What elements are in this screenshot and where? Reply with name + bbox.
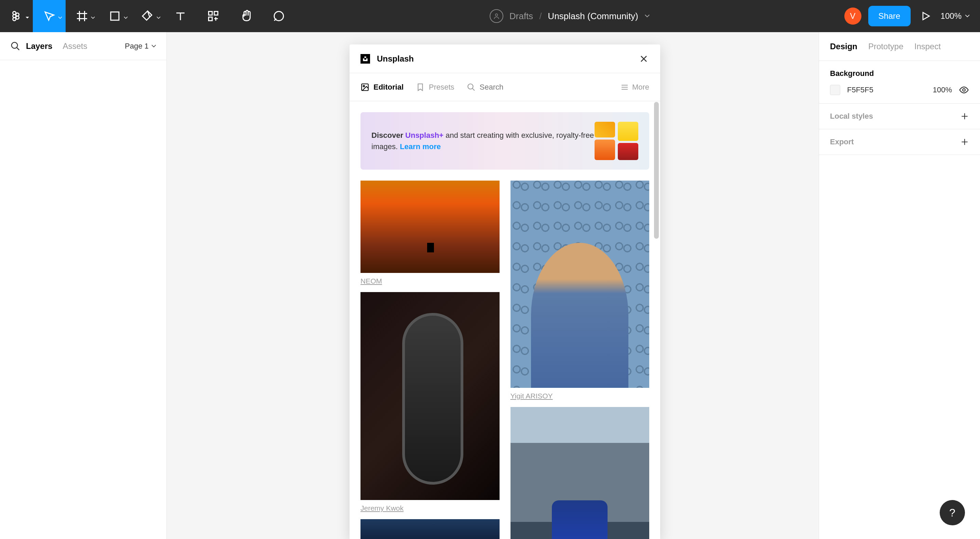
figma-menu-button[interactable] — [0, 0, 33, 32]
user-avatar[interactable]: V — [844, 8, 861, 25]
color-opacity-value[interactable]: 100% — [933, 86, 952, 94]
promo-learn-more-link[interactable]: Learn more — [400, 142, 441, 151]
plugin-content: Discover Unsplash+ and start creating wi… — [350, 101, 660, 539]
svg-point-4 — [16, 16, 19, 19]
tab-editorial-label: Editorial — [374, 83, 404, 92]
svg-point-10 — [12, 42, 18, 48]
search-icon[interactable] — [10, 41, 21, 51]
chevron-down-icon — [151, 45, 156, 48]
tab-prototype[interactable]: Prototype — [868, 42, 904, 51]
gallery-item[interactable] — [361, 519, 500, 539]
gallery-image[interactable] — [361, 519, 500, 539]
promo-thumbnail — [595, 122, 615, 137]
right-panel: Design Prototype Inspect Background F5F5… — [819, 32, 980, 539]
more-label: More — [632, 83, 649, 92]
text-tool-button[interactable] — [164, 0, 197, 32]
tab-inspect[interactable]: Inspect — [915, 42, 941, 51]
color-swatch[interactable] — [830, 85, 840, 95]
image-icon — [361, 83, 369, 92]
plugin-header: Unsplash — [350, 45, 660, 73]
promo-discover: Discover — [371, 131, 405, 140]
page-selector[interactable]: Page 1 — [125, 42, 156, 51]
chevron-down-icon — [124, 14, 128, 17]
promo-banner[interactable]: Discover Unsplash+ and start creating wi… — [361, 112, 649, 170]
chevron-down-icon — [156, 14, 161, 17]
local-styles-label: Local styles — [830, 112, 873, 121]
file-owner-avatar[interactable] — [490, 9, 503, 23]
pen-tool-button[interactable] — [131, 0, 164, 32]
promo-images — [595, 122, 638, 160]
background-section: Background F5F5F5 100% — [819, 61, 980, 104]
gallery-item[interactable] — [511, 407, 649, 539]
share-button[interactable]: Share — [868, 6, 911, 26]
promo-thumbnail — [595, 140, 615, 160]
move-tool-button[interactable] — [33, 0, 65, 32]
visibility-icon[interactable] — [959, 85, 969, 95]
gallery-image[interactable] — [511, 407, 649, 539]
gallery-item[interactable]: Yigit ARISOY — [511, 180, 649, 400]
unsplash-logo-icon — [361, 54, 370, 64]
hand-tool-button[interactable] — [230, 0, 262, 32]
color-hex-value[interactable]: F5F5F5 — [847, 86, 926, 94]
help-button[interactable]: ? — [940, 500, 965, 525]
svg-rect-7 — [214, 12, 218, 15]
plus-icon[interactable] — [960, 112, 969, 121]
chevron-down-icon — [965, 14, 970, 18]
breadcrumb-parent[interactable]: Drafts — [509, 11, 533, 22]
breadcrumb-file-name[interactable]: Unsplash (Community) — [548, 11, 638, 22]
gallery-image[interactable] — [511, 180, 649, 388]
zoom-selector[interactable]: 100% — [941, 11, 970, 21]
page-label: Page 1 — [125, 42, 149, 51]
shape-tool-button[interactable] — [99, 0, 131, 32]
frame-tool-button[interactable] — [65, 0, 99, 32]
breadcrumb-separator: / — [539, 11, 542, 22]
gallery-item[interactable]: Jeremy Kwok — [361, 292, 500, 512]
export-section: Export — [819, 129, 980, 155]
search-input[interactable] — [480, 83, 574, 92]
resources-tool-button[interactable] — [197, 0, 230, 32]
left-panel: Layers Assets Page 1 — [0, 32, 167, 539]
comment-tool-button[interactable] — [262, 0, 295, 32]
promo-brand-link[interactable]: Unsplash+ — [405, 131, 444, 140]
svg-point-14 — [468, 84, 473, 89]
local-styles-section: Local styles — [819, 104, 980, 129]
promo-text: Discover Unsplash+ and start creating wi… — [371, 130, 595, 152]
plus-icon[interactable] — [960, 137, 969, 147]
background-title: Background — [830, 69, 969, 78]
chevron-down-icon — [25, 14, 29, 17]
search-field[interactable] — [467, 83, 574, 92]
svg-point-13 — [363, 85, 364, 86]
svg-rect-5 — [111, 12, 119, 20]
gallery-column-left: NEOM Jeremy Kwok — [361, 180, 500, 539]
promo-thumbnail — [618, 143, 638, 160]
menu-icon — [620, 83, 629, 91]
close-icon[interactable] — [638, 53, 649, 64]
gallery-item[interactable]: NEOM — [361, 180, 500, 285]
gallery-author-link[interactable]: Yigit ARISOY — [511, 392, 649, 400]
right-panel-tabs: Design Prototype Inspect — [819, 32, 980, 61]
gallery-author-link[interactable]: Jeremy Kwok — [361, 504, 500, 512]
tab-design[interactable]: Design — [830, 42, 858, 51]
toolbar-center: Drafts / Unsplash (Community) — [295, 9, 844, 23]
zoom-value: 100% — [941, 11, 961, 21]
gallery-image[interactable] — [361, 292, 500, 500]
gallery-image[interactable] — [361, 180, 500, 273]
plugin-title: Unsplash — [377, 54, 414, 64]
gallery-author-link[interactable]: NEOM — [361, 277, 500, 285]
svg-point-2 — [13, 18, 16, 21]
tab-editorial[interactable]: Editorial — [361, 83, 404, 92]
top-toolbar: Drafts / Unsplash (Community) V Share 10… — [0, 0, 980, 32]
tab-layers[interactable]: Layers — [26, 41, 52, 51]
background-color-row[interactable]: F5F5F5 100% — [830, 85, 969, 95]
svg-point-11 — [963, 89, 965, 91]
chevron-down-icon — [58, 14, 62, 17]
tab-presets-label: Presets — [429, 83, 455, 92]
present-button[interactable] — [918, 8, 934, 24]
svg-rect-6 — [209, 12, 213, 15]
chevron-down-icon — [91, 14, 95, 17]
gallery-column-right: Yigit ARISOY — [511, 180, 649, 539]
tab-assets[interactable]: Assets — [62, 41, 87, 51]
chevron-down-icon[interactable] — [644, 13, 650, 19]
more-button[interactable]: More — [620, 83, 649, 92]
tab-presets[interactable]: Presets — [416, 83, 455, 92]
